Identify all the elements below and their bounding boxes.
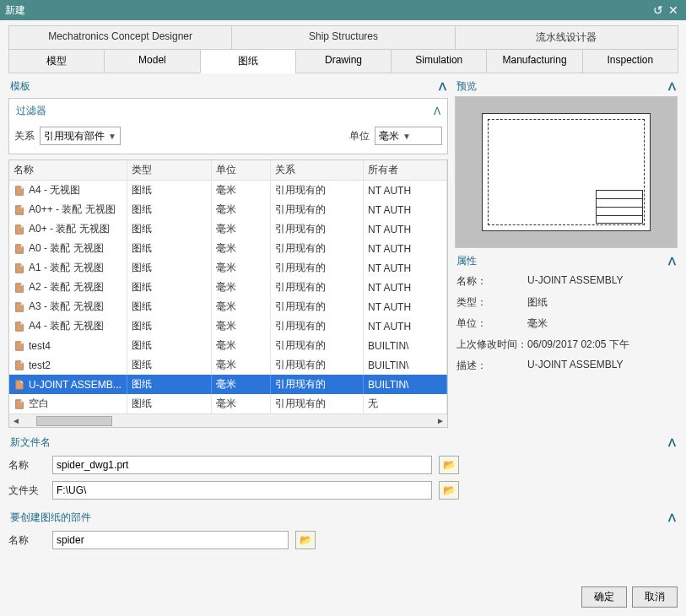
cell-name: A0++ - 装配 无视图 (29, 203, 116, 217)
tab-manufacturing[interactable]: Manufacturing (486, 50, 582, 73)
horizontal-scrollbar[interactable]: ◄ ► (9, 413, 447, 427)
cell-name: A0 - 装配 无视图 (29, 241, 104, 256)
scroll-left-icon[interactable]: ◄ (9, 416, 23, 425)
browse-part-button[interactable]: 📂 (295, 531, 316, 549)
cell-name: A3 - 装配 无视图 (29, 300, 104, 314)
cell-owner: NT AUTH (364, 239, 447, 258)
cell-relation: 引用现有的 (271, 181, 364, 200)
tab-ship-structures[interactable]: Ship Structures (231, 25, 455, 49)
tab-line-designer[interactable]: 流水线设计器 (455, 25, 678, 49)
cell-unit: 毫米 (212, 336, 271, 355)
browse-name-button[interactable]: 📂 (439, 456, 459, 474)
properties-header[interactable]: 属性 ᐱ (455, 251, 678, 271)
cell-name: A4 - 无视图 (29, 183, 80, 197)
property-row: 名称：U-JOINT ASSEMBLY (455, 271, 678, 292)
tab-mechatronics[interactable]: Mechatronics Concept Designer (8, 25, 232, 49)
sub-tabstrip: 模型 Model 图纸 Drawing Simulation Manufactu… (8, 50, 678, 73)
cell-name: A4 - 装配 无视图 (29, 319, 104, 333)
cell-type: 图纸 (127, 336, 212, 355)
cell-relation: 引用现有的 (271, 239, 364, 258)
cancel-button[interactable]: 取消 (632, 586, 678, 608)
document-icon (14, 262, 25, 274)
newfile-header[interactable]: 新文件名 ᐱ (8, 433, 678, 452)
table-row[interactable]: test4图纸毫米引用现有的BUILTIN\ (9, 336, 447, 355)
scroll-thumb[interactable] (36, 416, 112, 426)
newfile-folder-input[interactable] (52, 481, 432, 500)
cell-unit: 毫米 (212, 181, 271, 200)
preview-header[interactable]: 预览 ᐱ (455, 77, 678, 96)
properties-title: 属性 (456, 254, 668, 268)
property-row: 单位：毫米 (455, 313, 678, 334)
property-row: 描述：U-JOINT ASSEMBLY (455, 355, 678, 376)
close-icon[interactable]: ✕ (666, 3, 681, 17)
cell-type: 图纸 (127, 375, 212, 394)
property-value: 毫米 (527, 316, 676, 331)
cell-relation: 引用现有的 (271, 219, 364, 239)
cell-owner: BUILTIN\ (364, 375, 447, 394)
tab-inspection[interactable]: Inspection (582, 50, 678, 73)
property-value: U-JOINT ASSEMBLY (527, 359, 676, 373)
col-owner[interactable]: 所有者 (364, 160, 447, 180)
cell-unit: 毫米 (212, 394, 271, 413)
createpart-title: 要创建图纸的部件 (10, 511, 668, 525)
createpart-header[interactable]: 要创建图纸的部件 ᐱ (8, 508, 678, 527)
unit-dropdown[interactable]: 毫米 ▼ (375, 127, 442, 145)
table-row[interactable]: U-JOINT ASSEMB...图纸毫米引用现有的BUILTIN\ (9, 375, 447, 394)
col-relation[interactable]: 关系 (271, 160, 364, 180)
cell-relation: 引用现有的 (271, 258, 364, 278)
templates-title: 模板 (10, 79, 439, 94)
newfile-name-input[interactable] (52, 456, 432, 474)
table-row[interactable]: A0++ - 装配 无视图图纸毫米引用现有的NT AUTH (9, 200, 447, 219)
document-icon (14, 224, 25, 235)
browse-folder-button[interactable]: 📂 (439, 481, 459, 500)
document-icon (14, 282, 25, 294)
table-row[interactable]: A2 - 装配 无视图图纸毫米引用现有的NT AUTH (9, 278, 447, 297)
cell-relation: 引用现有的 (271, 316, 364, 336)
document-icon (14, 243, 25, 255)
reset-icon[interactable]: ↺ (651, 3, 666, 17)
cell-type: 图纸 (127, 355, 212, 375)
table-row[interactable]: A1 - 装配 无视图图纸毫米引用现有的NT AUTH (9, 258, 447, 278)
table-row[interactable]: A3 - 装配 无视图图纸毫米引用现有的NT AUTH (9, 297, 447, 316)
titlebar: 新建 ↺ ✕ (0, 0, 686, 20)
col-unit[interactable]: 单位 (212, 160, 271, 180)
cell-type: 图纸 (127, 219, 212, 239)
table-row[interactable]: A4 - 无视图图纸毫米引用现有的NT AUTH (9, 181, 447, 200)
folder-icon: 📂 (443, 459, 456, 471)
table-row[interactable]: A0+ - 装配 无视图图纸毫米引用现有的NT AUTH (9, 219, 447, 239)
window-title: 新建 (5, 3, 651, 18)
table-row[interactable]: test2图纸毫米引用现有的BUILTIN\ (9, 355, 447, 375)
tab-model-cn[interactable]: 模型 (8, 50, 105, 73)
filter-title: 过滤器 (16, 104, 434, 118)
table-row[interactable]: A4 - 装配 无视图图纸毫米引用现有的NT AUTH (9, 316, 447, 336)
document-icon (14, 379, 25, 391)
table-row[interactable]: A0 - 装配 无视图图纸毫米引用现有的NT AUTH (9, 239, 447, 258)
table-row[interactable]: 空白图纸毫米引用现有的无 (9, 394, 447, 413)
col-type[interactable]: 类型 (127, 160, 212, 180)
tab-model-en[interactable]: Model (104, 50, 200, 73)
cell-relation: 引用现有的 (271, 355, 364, 375)
scroll-right-icon[interactable]: ► (434, 416, 447, 425)
tab-drawing-en[interactable]: Drawing (295, 50, 392, 73)
templates-header[interactable]: 模板 ᐱ (8, 77, 448, 96)
cell-relation: 引用现有的 (271, 375, 364, 394)
createpart-name-input[interactable] (52, 531, 289, 549)
filter-header[interactable]: 过滤器 ᐱ (14, 102, 442, 120)
cell-name: test2 (29, 359, 51, 371)
cell-name: A0+ - 装配 无视图 (29, 222, 110, 236)
chevron-up-icon: ᐱ (668, 80, 676, 93)
tab-simulation[interactable]: Simulation (391, 50, 487, 73)
cell-relation: 引用现有的 (271, 394, 364, 413)
relation-label: 关系 (14, 129, 35, 143)
folder-icon: 📂 (300, 534, 312, 546)
preview-area (455, 96, 678, 248)
unit-value: 毫米 (379, 129, 399, 143)
cell-owner: NT AUTH (364, 219, 447, 239)
document-icon (14, 204, 25, 216)
titleblock (596, 190, 643, 224)
relation-dropdown[interactable]: 引用现有部件 ▼ (40, 127, 121, 145)
tab-drawing-cn[interactable]: 图纸 (200, 50, 296, 73)
ok-button[interactable]: 确定 (581, 586, 627, 608)
folder-icon: 📂 (443, 484, 456, 496)
col-name[interactable]: 名称 (9, 160, 127, 180)
